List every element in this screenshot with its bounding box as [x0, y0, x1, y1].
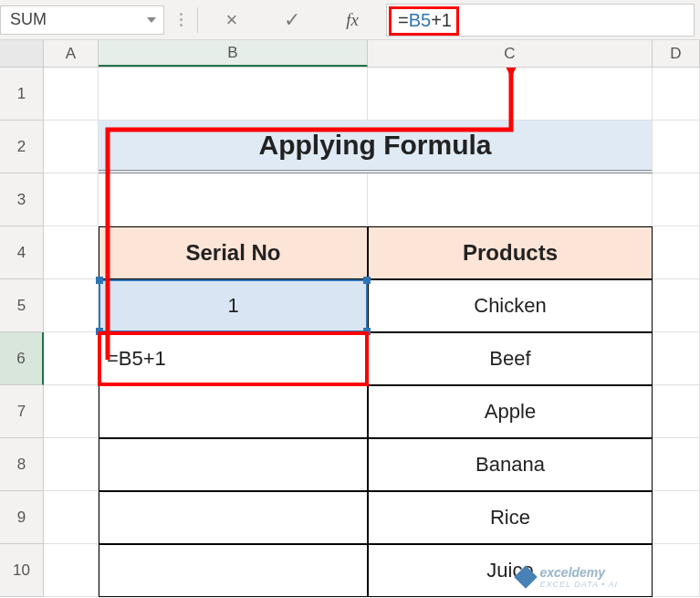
- cancel-button[interactable]: ×: [205, 4, 258, 37]
- grid-row: Applying Formula: [44, 121, 700, 173]
- row-headers: 1 2 3 4 5 6 7 8 9 10: [0, 68, 44, 597]
- cell[interactable]: [44, 438, 99, 491]
- formula-text-prefix: =: [398, 10, 409, 31]
- cell[interactable]: [44, 121, 99, 173]
- cell[interactable]: [44, 385, 99, 438]
- cell[interactable]: [44, 68, 99, 121]
- divider: [197, 7, 198, 33]
- selection-handle-icon: [96, 277, 103, 284]
- cell[interactable]: [99, 173, 368, 226]
- grid-row: Apple: [44, 385, 700, 438]
- grid-row: [44, 173, 700, 226]
- cell[interactable]: Apple: [368, 385, 653, 438]
- cell[interactable]: [44, 544, 99, 597]
- cell[interactable]: [653, 385, 700, 438]
- cell[interactable]: [44, 173, 99, 226]
- confirm-button[interactable]: ✓: [266, 4, 319, 37]
- cell[interactable]: [99, 544, 368, 597]
- cell[interactable]: [653, 491, 700, 544]
- drag-handle-icon[interactable]: [172, 7, 190, 33]
- fx-icon: fx: [346, 10, 359, 30]
- selection-handle-icon: [363, 277, 371, 284]
- grid-row: Serial No Products: [44, 226, 700, 279]
- row-header-2[interactable]: 2: [0, 121, 44, 173]
- insert-function-button[interactable]: fx: [326, 4, 379, 37]
- formula-highlight-box: =B5+1: [389, 6, 459, 36]
- sheet-title[interactable]: Applying Formula: [99, 121, 653, 173]
- formula-input[interactable]: =B5+1: [386, 4, 695, 37]
- row-header-1[interactable]: 1: [0, 68, 44, 121]
- spreadsheet-grid: 1 2 3 4 5 6 7 8 9 10 Applying Formula: [0, 68, 700, 597]
- cell[interactable]: [653, 544, 700, 597]
- cell[interactable]: [44, 332, 99, 385]
- cell[interactable]: [99, 385, 368, 438]
- cell[interactable]: [368, 173, 653, 226]
- cell-B6-editing[interactable]: =B5+1: [99, 332, 368, 385]
- cell[interactable]: [653, 68, 700, 121]
- cell[interactable]: [653, 173, 700, 226]
- cell[interactable]: Rice: [368, 491, 653, 544]
- cell[interactable]: [653, 279, 700, 332]
- cell[interactable]: [99, 491, 368, 544]
- watermark: exceldemy EXCEL DATA • AI: [517, 565, 618, 589]
- cell[interactable]: [368, 68, 653, 121]
- table-header-serial[interactable]: Serial No: [99, 226, 368, 279]
- column-header-D[interactable]: D: [653, 40, 700, 67]
- check-icon: ✓: [284, 8, 300, 32]
- select-all-corner[interactable]: [0, 40, 44, 67]
- cell-value: 1: [227, 294, 238, 318]
- cell[interactable]: [653, 226, 700, 279]
- row-header-9[interactable]: 9: [0, 491, 44, 544]
- watermark-subtext: EXCEL DATA • AI: [539, 580, 618, 589]
- cell-B5-referenced[interactable]: 1: [99, 279, 368, 332]
- column-header-B[interactable]: B: [99, 40, 368, 67]
- cell[interactable]: [44, 491, 99, 544]
- row-header-3[interactable]: 3: [0, 173, 44, 226]
- column-header-A[interactable]: A: [44, 40, 99, 67]
- column-header-C[interactable]: C: [368, 40, 653, 67]
- grid-row: [44, 68, 700, 121]
- cell[interactable]: [44, 279, 99, 332]
- formula-bar-area: SUM × ✓ fx =B5+1: [0, 0, 700, 40]
- row-header-5[interactable]: 5: [0, 279, 44, 332]
- chevron-down-icon[interactable]: [147, 17, 156, 23]
- column-headers: A B C D: [0, 40, 700, 68]
- cells-area: Applying Formula Serial No Products 1: [44, 68, 700, 597]
- cell[interactable]: [44, 226, 99, 279]
- row-header-4[interactable]: 4: [0, 226, 44, 279]
- watermark-text: exceldemy: [539, 565, 618, 580]
- grid-row: =B5+1 Beef: [44, 332, 700, 385]
- row-header-6[interactable]: 6: [0, 332, 44, 385]
- cell[interactable]: [99, 438, 368, 491]
- name-box[interactable]: SUM: [0, 5, 164, 35]
- cell[interactable]: [653, 332, 700, 385]
- grid-row: Banana: [44, 438, 700, 491]
- cell[interactable]: [653, 438, 700, 491]
- row-header-10[interactable]: 10: [0, 544, 44, 597]
- cell[interactable]: Beef: [368, 332, 653, 385]
- table-header-products[interactable]: Products: [368, 226, 653, 279]
- name-box-value: SUM: [10, 10, 47, 29]
- cell[interactable]: Chicken: [368, 279, 653, 332]
- row-header-8[interactable]: 8: [0, 438, 44, 491]
- formula-text-ref: B5: [409, 10, 431, 31]
- cell[interactable]: [99, 68, 368, 121]
- grid-row: 1 Chicken: [44, 279, 700, 332]
- cell-value: =B5+1: [107, 347, 166, 371]
- cell[interactable]: Banana: [368, 438, 653, 491]
- grid-row: Rice: [44, 491, 700, 544]
- formula-text-suffix: +1: [431, 10, 452, 31]
- edit-cursor-marker: [365, 333, 368, 384]
- cancel-icon: ×: [226, 8, 238, 32]
- watermark-icon: [515, 565, 538, 588]
- cell[interactable]: [653, 121, 700, 173]
- row-header-7[interactable]: 7: [0, 385, 44, 438]
